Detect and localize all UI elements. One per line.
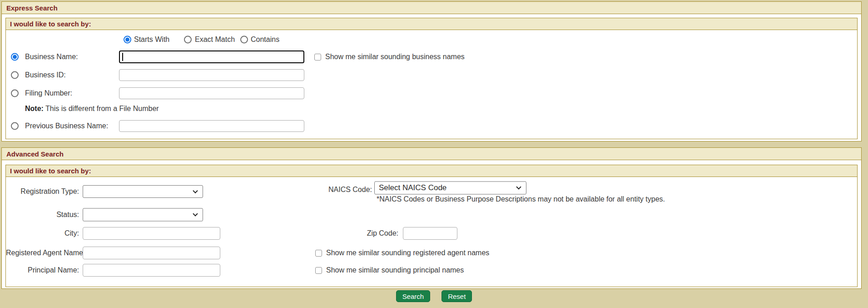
similar-principal-names-group: Show me similar sounding principal names <box>315 266 464 274</box>
chevron-down-icon <box>516 184 521 189</box>
advanced-search-panel: Advanced Search I would like to search b… <box>1 147 862 289</box>
search-button[interactable]: Search <box>396 290 431 302</box>
zip-code-input[interactable] <box>403 227 457 240</box>
similar-principal-names-label: Show me similar sounding principal names <box>326 266 464 274</box>
previous-business-name-label: Previous Business Name: <box>25 122 108 130</box>
principal-name-row: Principal Name: Show me similar sounding… <box>6 264 857 277</box>
naics-note-row: *NAICS Codes or Business Purpose Descrip… <box>6 195 857 203</box>
previous-business-name-row: Previous Business Name: <box>6 120 857 132</box>
filing-number-input[interactable] <box>119 87 304 99</box>
principal-name-label: Principal Name: <box>6 266 79 274</box>
express-search-panel: Express Search I would like to search by… <box>1 1 862 141</box>
business-name-radio[interactable] <box>11 53 19 61</box>
previous-business-name-radio[interactable] <box>11 122 19 130</box>
similar-business-names-checkbox[interactable] <box>314 54 321 61</box>
naics-code-value: Select NAICS Code <box>379 183 446 192</box>
starts-with-radio[interactable] <box>124 36 131 44</box>
registered-agent-label: Registered Agent Name: <box>6 249 79 257</box>
advanced-search-box: I would like to search by: Registration … <box>5 165 858 287</box>
advanced-search-header: Advanced Search <box>2 148 861 160</box>
registered-agent-row: Registered Agent Name: Show me similar s… <box>6 247 857 259</box>
naics-code-dropdown[interactable]: Select NAICS Code <box>374 181 526 194</box>
filing-number-radio[interactable] <box>11 90 19 97</box>
filing-note-row: Note: This is different from a File Numb… <box>6 104 857 113</box>
business-id-radio[interactable] <box>11 71 19 79</box>
chevron-down-icon <box>193 211 198 216</box>
express-search-title: Express Search <box>6 4 58 12</box>
similar-agent-names-checkbox[interactable] <box>315 250 322 257</box>
exact-match-label: Exact Match <box>195 35 235 44</box>
previous-business-name-input[interactable] <box>119 120 304 132</box>
naics-code-label: NAICS Code: <box>258 186 372 194</box>
match-type-row: Starts With Exact Match Contains <box>6 35 857 45</box>
similar-agent-names-label: Show me similar sounding registered agen… <box>326 249 489 257</box>
status-label: Status: <box>6 211 79 219</box>
express-section-header: I would like to search by: <box>6 18 857 30</box>
filing-note: Note: This is different from a File Numb… <box>25 105 159 113</box>
express-search-box: I would like to search by: Starts With E… <box>5 18 858 139</box>
city-zip-row: City: Zip Code: <box>6 227 857 240</box>
city-input[interactable] <box>83 227 220 240</box>
advanced-section-label: I would like to search by: <box>10 167 91 175</box>
advanced-search-title: Advanced Search <box>6 150 64 158</box>
zip-code-label: Zip Code: <box>308 229 398 237</box>
status-dropdown[interactable] <box>83 208 203 221</box>
contains-radio[interactable] <box>240 36 248 44</box>
form-actions: Search Reset <box>0 290 868 302</box>
advanced-section-header: I would like to search by: <box>6 165 857 177</box>
registered-agent-input[interactable] <box>83 247 220 259</box>
naics-code-row: NAICS Code: Select NAICS Code <box>6 181 857 194</box>
express-section-label: I would like to search by: <box>10 20 91 28</box>
text-caret <box>122 53 123 61</box>
principal-name-input[interactable] <box>83 264 220 277</box>
status-row: Status: <box>6 208 857 221</box>
business-id-row: Business ID: <box>6 69 857 81</box>
naics-note: *NAICS Codes or Business Purpose Descrip… <box>377 195 665 203</box>
filing-number-label: Filing Number: <box>25 89 72 97</box>
starts-with-label: Starts With <box>134 35 169 44</box>
business-id-input[interactable] <box>119 69 304 81</box>
business-name-row: Business Name: Show me similar sounding … <box>6 50 857 64</box>
business-name-label: Business Name: <box>25 53 78 61</box>
city-label: City: <box>6 229 79 237</box>
similar-business-names-group: Show me similar sounding business names <box>314 53 465 61</box>
similar-agent-names-group: Show me similar sounding registered agen… <box>315 249 489 257</box>
similar-principal-names-checkbox[interactable] <box>315 267 322 274</box>
business-id-label: Business ID: <box>25 71 66 79</box>
business-name-input[interactable] <box>119 50 304 63</box>
contains-label: Contains <box>251 35 279 44</box>
filing-number-row: Filing Number: <box>6 87 857 99</box>
reset-button[interactable]: Reset <box>441 290 472 302</box>
similar-business-names-label: Show me similar sounding business names <box>325 53 465 61</box>
express-search-header: Express Search <box>2 2 861 14</box>
exact-match-radio[interactable] <box>184 36 192 44</box>
